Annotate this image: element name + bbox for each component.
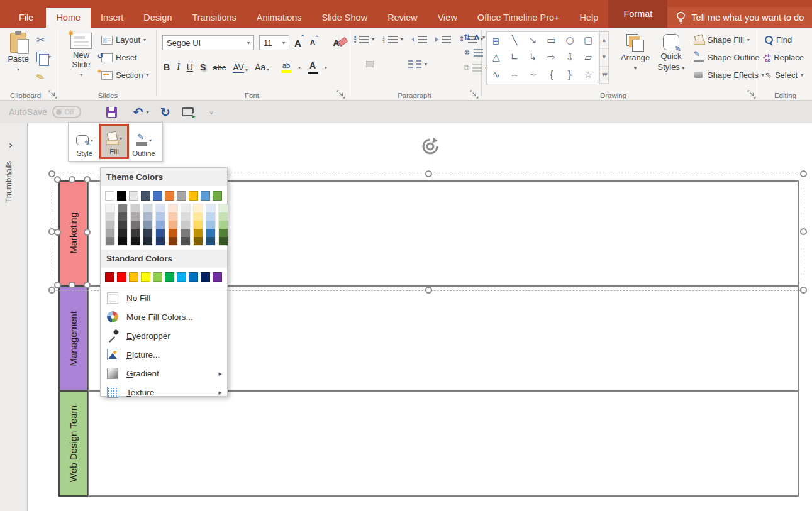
font-family-combo[interactable]: Segoe UI▾ bbox=[162, 35, 254, 50]
theme-color-variant-swatch[interactable] bbox=[156, 237, 165, 245]
selection-handle[interactable] bbox=[425, 287, 432, 294]
decrease-indent-button[interactable] bbox=[411, 36, 427, 43]
gallery-more-icon[interactable]: ▼▼ bbox=[600, 67, 608, 84]
shape-gallery-item[interactable]: ⌢ bbox=[511, 70, 518, 80]
standard-color-swatch[interactable] bbox=[105, 272, 114, 282]
shape-gallery-item[interactable]: ∼ bbox=[529, 70, 537, 80]
selection-handle[interactable] bbox=[48, 287, 55, 294]
theme-color-variant-swatch[interactable] bbox=[131, 229, 140, 237]
theme-color-variant-swatch[interactable] bbox=[194, 221, 203, 229]
text-shadow-button[interactable]: S bbox=[200, 62, 206, 72]
theme-color-variant-swatch[interactable] bbox=[194, 204, 203, 212]
theme-color-swatch[interactable] bbox=[105, 191, 114, 201]
theme-color-variant-swatch[interactable] bbox=[156, 204, 165, 212]
shape-gallery-item[interactable]: ∿ bbox=[492, 70, 500, 80]
thumbnails-panel-collapsed[interactable]: › Thumbnails bbox=[0, 123, 28, 511]
theme-color-variant-swatch[interactable] bbox=[156, 229, 165, 237]
selection-handle[interactable] bbox=[800, 228, 807, 235]
expand-chevron-icon[interactable]: › bbox=[9, 140, 13, 151]
font-dialog-launcher[interactable] bbox=[336, 90, 345, 99]
theme-color-variant-swatch[interactable] bbox=[118, 204, 127, 212]
swimlane-label-management[interactable]: Management bbox=[58, 286, 88, 391]
rotate-handle-icon[interactable] bbox=[421, 137, 440, 156]
swimlane-label-web-design-team[interactable]: Web Design Team bbox=[58, 391, 88, 497]
start-from-beginning-button[interactable] bbox=[182, 107, 194, 116]
tab-design[interactable]: Design bbox=[133, 8, 182, 28]
tab-file[interactable]: File bbox=[6, 8, 46, 28]
theme-color-variant-swatch[interactable] bbox=[181, 204, 190, 212]
standard-color-swatch[interactable] bbox=[141, 272, 150, 282]
theme-color-variant-swatch[interactable] bbox=[206, 204, 215, 212]
shape-handle[interactable] bbox=[69, 282, 75, 288]
theme-color-variant-swatch[interactable] bbox=[181, 229, 190, 237]
tab-insert[interactable]: Insert bbox=[91, 8, 133, 28]
theme-color-variant-swatch[interactable] bbox=[131, 212, 140, 221]
justify-button[interactable] bbox=[391, 62, 398, 67]
shape-fill-button[interactable]: Shape Fill▾ bbox=[694, 35, 750, 45]
shape-handle[interactable] bbox=[54, 282, 61, 288]
theme-color-variant-swatch[interactable] bbox=[169, 204, 177, 212]
tab-help[interactable]: Help bbox=[570, 8, 609, 28]
shape-handle[interactable] bbox=[84, 229, 91, 236]
theme-color-variant-swatch[interactable] bbox=[118, 212, 127, 221]
section-button[interactable]: Section▾ bbox=[101, 70, 148, 80]
outline-button[interactable]: ▾ Outline bbox=[129, 124, 159, 159]
theme-color-swatch[interactable] bbox=[189, 191, 198, 201]
shape-gallery-item[interactable]: ▢ bbox=[584, 36, 592, 45]
theme-color-swatch[interactable] bbox=[129, 191, 138, 201]
theme-color-variant-swatch[interactable] bbox=[118, 229, 127, 237]
clear-formatting-button[interactable]: A bbox=[333, 38, 340, 48]
fill-menu-item-no-fill[interactable]: No Fill bbox=[101, 288, 227, 307]
columns-button[interactable]: ▾ bbox=[408, 60, 427, 68]
bold-button[interactable]: B bbox=[164, 62, 170, 72]
underline-button[interactable]: U bbox=[187, 62, 193, 72]
theme-color-variant-swatch[interactable] bbox=[106, 204, 114, 212]
format-painter-button[interactable]: ✎ bbox=[36, 72, 45, 83]
tab-slide-show[interactable]: Slide Show bbox=[312, 8, 378, 28]
change-case-button[interactable]: Aa▾ bbox=[255, 62, 269, 72]
theme-color-variant-swatch[interactable] bbox=[219, 204, 228, 212]
increase-indent-button[interactable] bbox=[435, 36, 451, 43]
redo-button[interactable]: ↻ bbox=[160, 106, 170, 118]
tab-view[interactable]: View bbox=[428, 8, 467, 28]
tab-format[interactable]: Format bbox=[608, 0, 667, 28]
standard-color-swatch[interactable] bbox=[189, 272, 198, 282]
standard-color-swatch[interactable] bbox=[213, 272, 222, 282]
theme-color-variant-swatch[interactable] bbox=[106, 212, 114, 221]
shape-gallery-item[interactable]: ↳ bbox=[529, 53, 537, 62]
arrange-button[interactable]: Arrange ▾ bbox=[617, 34, 653, 73]
theme-color-swatch[interactable] bbox=[141, 191, 150, 201]
theme-color-variant-swatch[interactable] bbox=[156, 212, 165, 221]
theme-color-variant-swatch[interactable] bbox=[143, 212, 152, 221]
selection-handle[interactable] bbox=[48, 170, 55, 177]
theme-color-variant-swatch[interactable] bbox=[169, 221, 177, 229]
selection-handle[interactable] bbox=[425, 170, 432, 177]
character-spacing-button[interactable]: AV▾ bbox=[233, 62, 248, 73]
theme-color-variant-swatch[interactable] bbox=[206, 237, 215, 245]
align-right-button[interactable] bbox=[379, 62, 386, 67]
standard-color-swatch[interactable] bbox=[153, 272, 162, 282]
scroll-down-icon[interactable]: ▼ bbox=[600, 49, 608, 66]
align-left-button[interactable] bbox=[354, 62, 360, 67]
theme-color-variant-swatch[interactable] bbox=[143, 229, 152, 237]
fill-menu-item-picture[interactable]: Picture... bbox=[101, 345, 227, 364]
standard-color-swatch[interactable] bbox=[177, 272, 186, 282]
paragraph-dialog-launcher[interactable] bbox=[470, 90, 479, 99]
theme-color-variant-swatch[interactable] bbox=[181, 221, 190, 229]
theme-color-variant-swatch[interactable] bbox=[194, 229, 203, 237]
theme-color-variant-swatch[interactable] bbox=[143, 237, 152, 245]
tab-review[interactable]: Review bbox=[377, 8, 428, 28]
fill-menu-item-texture[interactable]: Texture▸ bbox=[101, 383, 227, 402]
fill-menu-item-gradient[interactable]: Gradient▸ bbox=[101, 364, 227, 383]
style-button[interactable]: ▾ Style bbox=[70, 124, 99, 159]
fill-button[interactable]: ▾ Fill bbox=[99, 124, 129, 159]
find-button[interactable]: Find bbox=[765, 35, 792, 45]
shape-gallery-item[interactable]: ○ bbox=[565, 36, 574, 45]
clipboard-dialog-launcher[interactable] bbox=[48, 90, 57, 99]
shrink-font-button[interactable]: A⌃ bbox=[310, 38, 320, 47]
italic-button[interactable]: I bbox=[177, 62, 180, 72]
theme-color-variant-swatch[interactable] bbox=[219, 229, 228, 237]
theme-color-swatch[interactable] bbox=[213, 191, 222, 201]
select-button[interactable]: ⇖Select▾ bbox=[765, 70, 803, 80]
theme-color-variant-swatch[interactable] bbox=[181, 212, 190, 221]
